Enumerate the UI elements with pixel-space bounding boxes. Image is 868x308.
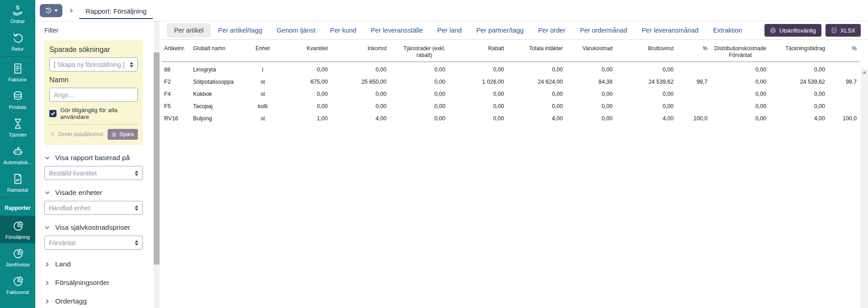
column-header-rabatt[interactable]: Rabatt bbox=[448, 42, 507, 62]
filter-section-label: Försäljningsorder bbox=[55, 279, 109, 287]
column-header-varukostnad[interactable]: Varukostnad bbox=[566, 42, 615, 62]
sidebar-item-fakturor[interactable]: Fakturor bbox=[0, 58, 35, 86]
column-header-bruttovinst[interactable]: Bruttovinst bbox=[615, 42, 676, 62]
sidebar-item-label: Fakturerat bbox=[6, 289, 29, 295]
table-cell bbox=[676, 88, 710, 100]
table-cell: 0,00 bbox=[507, 100, 566, 113]
filter-section-f-rs-ljningsorder: Försäljningsorder bbox=[44, 279, 143, 287]
tab-per-artikel-tagg[interactable]: Per artikel/tagg bbox=[211, 23, 269, 38]
column-header-totala-int-kter[interactable]: Totala intäkter bbox=[507, 42, 566, 62]
filter-section-header-land[interactable]: Land bbox=[44, 260, 143, 268]
sidebar-item-ramavtal[interactable]: Ramavtal bbox=[0, 169, 35, 196]
direct-data-access-button[interactable]: Direkt dataåtkomst bbox=[50, 131, 103, 137]
sidebar-item-label: Försäljning bbox=[5, 234, 30, 240]
filter-section-header-visa-sj-lvkostnadspriser[interactable]: Visa självkostnadspriser bbox=[44, 223, 143, 232]
filter-section-header-f-rs-ljningsorder[interactable]: Försäljningsorder bbox=[44, 279, 143, 287]
print-friendly-button[interactable]: Utskriftsvänlig bbox=[764, 24, 821, 37]
tab-per-partner-tagg[interactable]: Per partner/tagg bbox=[469, 23, 531, 38]
sidebar-item-retur[interactable]: Retur bbox=[0, 28, 35, 55]
filter-section-visa-rapport-baserad-p: Visa rapport baserad påBeställd kvantite… bbox=[44, 154, 143, 180]
table-cell: 0,00 bbox=[710, 62, 769, 76]
filter-section-header-visa-rapport-baserad-p[interactable]: Visa rapport baserad på bbox=[44, 154, 143, 162]
tab-extraktion[interactable]: Extraktion bbox=[706, 23, 749, 38]
preset-name-input[interactable] bbox=[49, 88, 138, 102]
tab-per-leveransst-lle[interactable]: Per leveransställe bbox=[363, 23, 430, 38]
filter-section-header-visade-enheter[interactable]: Visade enheter bbox=[44, 189, 143, 197]
table-row[interactable]: F2Sötpotatissoppast675,0025 650,000,001 … bbox=[161, 76, 859, 88]
table-cell: 0,00 bbox=[330, 100, 389, 113]
history-dropdown-button[interactable] bbox=[40, 4, 62, 17]
table-body: 88Linsgrytal0,000,000,000,000,000,000,00… bbox=[161, 62, 859, 125]
breadcrumb[interactable]: Rapport: Försäljning bbox=[79, 5, 153, 19]
filter-scrollbar[interactable] bbox=[154, 21, 160, 308]
scroll-up-arrow-icon[interactable] bbox=[863, 71, 866, 74]
table-cell: 1 026,00 bbox=[448, 76, 507, 88]
tab-per-order[interactable]: Per order bbox=[531, 23, 572, 38]
table-row[interactable]: F4Kokbokst0,000,000,000,000,000,000,000,… bbox=[161, 88, 859, 100]
filter-select-visade-enheter[interactable]: Handlad enhet bbox=[44, 201, 143, 215]
sidebar-item-ordrar[interactable]: $ Ordrar bbox=[0, 0, 35, 28]
column-header-tj-nstrader-exkl-rabatt[interactable]: Tjänstrader (exkl.rabatt) bbox=[389, 42, 448, 62]
sidebar-item-prislista[interactable]: Prislista bbox=[0, 86, 35, 114]
table-cell: 675,00 bbox=[276, 76, 330, 88]
sidebar-item-automatisk[interactable]: Automatisk... bbox=[0, 141, 35, 169]
filter-scrollbar-thumb[interactable] bbox=[154, 52, 160, 265]
select-arrows-icon bbox=[135, 240, 138, 246]
xlsx-export-button[interactable]: XLSX bbox=[826, 24, 861, 37]
tab-per-artikel[interactable]: Per artikel bbox=[167, 23, 211, 38]
filter-section-visa-sj-lvkostnadspriser: Visa självkostnadspriserFörväntat bbox=[44, 223, 143, 250]
tab-per-orderm-nad[interactable]: Per ordermånad bbox=[573, 23, 635, 38]
preset-select-value: [ Skapa ny förinställning ] bbox=[54, 61, 124, 68]
filter-section-header-ordertagg[interactable]: Ordertagg bbox=[44, 297, 143, 305]
filter-select-visa-rapport-baserad-p[interactable]: Beställd kvantitet bbox=[44, 166, 143, 180]
column-header-kvantitet[interactable]: Kvantitet bbox=[276, 42, 330, 62]
tab-per-leveransm-nad[interactable]: Per leveransmånad bbox=[634, 23, 706, 38]
filter-panel: Filter Sparade sökningar [ Skapa ny föri… bbox=[35, 21, 154, 308]
filter-select-visa-sj-lvkostnadspriser[interactable]: Förväntat bbox=[44, 236, 143, 250]
table-cell: 0,00 bbox=[566, 62, 615, 76]
tab-per-kund[interactable]: Per kund bbox=[323, 23, 363, 38]
app-root: $ Ordrar Retur Fakturor Prislista bbox=[0, 0, 868, 308]
column-header-enhet[interactable]: Enhet bbox=[249, 42, 276, 62]
sidebar-item-jamforelse[interactable]: Jämförelse bbox=[0, 243, 35, 271]
coins-icon bbox=[12, 90, 24, 102]
table-cell: 0,00 bbox=[276, 62, 330, 76]
sidebar-item-forsaljning[interactable]: Försäljning bbox=[0, 216, 35, 243]
column-header-distributionskostnade-f-rv-ntat[interactable]: DistributionskostnadeFörväntat bbox=[710, 42, 769, 62]
name-label: Namn bbox=[49, 76, 138, 84]
column-header-artikelnr[interactable]: Artikelnr. bbox=[161, 42, 190, 62]
table-cell: F5 bbox=[161, 100, 190, 113]
table-row[interactable]: RV16Buljongst1,004,000,000,004,000,004,0… bbox=[161, 113, 859, 125]
column-header-[interactable]: % bbox=[828, 42, 859, 62]
column-header-globalt-namn[interactable]: Globalt namn bbox=[190, 42, 249, 62]
undo-icon bbox=[12, 32, 24, 44]
preset-select[interactable]: [ Skapa ny förinställning ] bbox=[49, 57, 138, 71]
pie-chart-icon bbox=[12, 247, 24, 260]
column-header-inkomst[interactable]: Inkomst bbox=[330, 42, 389, 62]
report-tabbar: Per artikelPer artikel/taggGenom tjänstP… bbox=[160, 21, 868, 40]
table-cell: 0,00 bbox=[276, 100, 330, 113]
table-cell: Linsgryta bbox=[190, 62, 249, 76]
save-button[interactable]: Spara bbox=[108, 129, 138, 140]
filter-select-value: Beställd kvantitet bbox=[49, 170, 97, 177]
sidebar-item-tjanster[interactable]: Tjänster bbox=[0, 114, 35, 141]
table-cell: 24 624,00 bbox=[507, 76, 566, 88]
xlsx-file-icon bbox=[831, 27, 837, 33]
table-cell: 0,00 bbox=[769, 88, 828, 100]
table-cell: 0,00 bbox=[507, 62, 566, 76]
card-footer: Direkt dataåtkomst Spara bbox=[49, 129, 138, 140]
sidebar-item-fakturerat[interactable]: Fakturerat bbox=[0, 271, 35, 299]
tab-per-land[interactable]: Per land bbox=[430, 23, 469, 38]
tab-genom-tj-nst[interactable]: Genom tjänst bbox=[269, 23, 323, 38]
table-cell: Sötpotatissoppa bbox=[190, 76, 249, 88]
column-header-t-ckningsbidrag[interactable]: Täckningsbidrag bbox=[769, 42, 828, 62]
pie-chart-icon bbox=[12, 275, 24, 287]
table-cell: 4,00 bbox=[615, 113, 676, 125]
main-scrollbar[interactable] bbox=[861, 69, 868, 308]
share-checkbox[interactable] bbox=[49, 110, 57, 117]
table-cell: 0,00 bbox=[389, 88, 448, 100]
table-row[interactable]: 88Linsgrytal0,000,000,000,000,000,000,00… bbox=[161, 62, 859, 76]
table-cell: 84,38 bbox=[566, 76, 615, 88]
column-header-[interactable]: % bbox=[676, 42, 710, 62]
table-row[interactable]: F5Tacopajkolli0,000,000,000,000,000,000,… bbox=[161, 100, 859, 113]
